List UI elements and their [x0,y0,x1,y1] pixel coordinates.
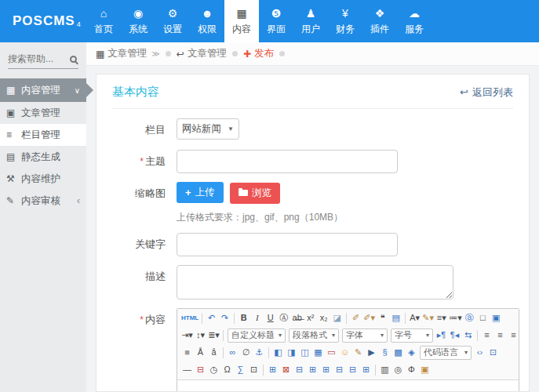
tb-insert-col-button[interactable]: ⊞ [319,363,333,377]
tb-formula-button[interactable]: ∑ [234,363,247,377]
tb-image-right-button[interactable]: ◨ [285,346,298,360]
tb-anchor-text-button[interactable]: ⓐ [463,311,476,325]
tb-redo-button[interactable]: ↷ [218,311,231,325]
breadcrumb-item-article-manage-return[interactable]: ↩文章管理 [177,47,227,60]
tb-delete-table-button[interactable]: ⊠ [279,363,293,377]
tb-time-button[interactable]: ◷ [207,363,220,377]
tb-search-replace-button[interactable]: ◎ [392,363,405,377]
search-icon[interactable] [70,56,77,63]
tb-ordered-list-button[interactable]: ≡▾ [435,311,448,325]
tb-horizontal-rule-button[interactable]: — [180,363,194,377]
tb-insert-row-button[interactable]: ⊞ [306,363,319,377]
tb-image-left-button[interactable]: ◧ [271,346,285,360]
tb-video-button[interactable]: ▶ [365,346,378,360]
tb-list-style-menu-button[interactable]: ≣▾ [207,328,220,343]
tb-background-color-button[interactable]: ■ [180,346,194,360]
tb-snapscreen-button[interactable]: ⊡ [486,346,500,360]
tb-lowercase-button[interactable]: å [207,346,220,360]
tb-line-height-menu-button[interactable]: ↕▾ [194,328,207,343]
tb-format-painter-menu-button[interactable]: ✐▾ [362,311,376,325]
sidebar-item-static-generate[interactable]: ▤静态生成 [0,146,86,168]
tb-anchor-button[interactable]: ⚓ [253,346,266,360]
tb-attachment-button[interactable]: § [378,346,392,360]
tb-custom-title-select[interactable]: 自定义标题▾ [228,328,286,343]
tb-unlink-button[interactable]: ∅ [239,346,253,360]
tb-align-left-button[interactable]: ≡ [480,328,493,343]
tb-insert-code-button[interactable]: ‹› [473,346,486,360]
tb-delete-row-button[interactable]: ⊟ [333,363,346,377]
nav-item-permissions[interactable]: ☻权限 [190,0,224,42]
tb-image-block-button[interactable]: ▦ [311,346,325,360]
tb-bold-button[interactable]: B [237,311,250,325]
keywords-input[interactable] [177,233,398,256]
tb-scrawl-button[interactable]: ✎ [351,346,365,360]
tb-code-language-select[interactable]: 代码语言▾ [420,346,472,360]
browse-button[interactable]: 浏览 [230,183,280,204]
tb-underline-button[interactable]: U [264,311,277,325]
search-input[interactable] [8,53,70,64]
tb-auto-typeset-button[interactable]: Ⓐ [277,311,290,325]
tb-template-button[interactable]: ⊡ [247,363,260,377]
nav-item-finance[interactable]: ¥财务 [328,0,362,42]
sidebar-item-column-manage[interactable]: ≡栏目管理 [0,124,86,146]
sidebar-item-content-audit[interactable]: ✎内容审核‹ [0,190,86,212]
tb-table-title-button[interactable]: ⊟ [293,363,306,377]
tb-uppercase-button[interactable]: Å [194,346,207,360]
upload-button[interactable]: + 上传 [177,182,224,203]
tb-insert-table-button[interactable]: ⊞ [266,363,279,377]
tb-align-center-button[interactable]: ≡ [493,328,507,343]
tb-remove-format-button[interactable]: ◪ [330,311,344,325]
tb-date-button[interactable]: ⊟ [194,363,207,377]
sidebar-item-content-maintain[interactable]: ⚒内容维护 [0,168,86,190]
tb-new-page-button[interactable]: □ [476,311,490,325]
nav-item-interface[interactable]: ❺界面 [259,0,293,42]
tb-blockquote-button[interactable]: ❝ [376,311,389,325]
column-select[interactable]: 网站新闻 ▼ [177,118,239,140]
tb-image-center-button[interactable]: ◫ [298,346,311,360]
tb-image-none-button[interactable]: ▭ [325,346,338,360]
tb-superscript-button[interactable]: x² [304,311,317,325]
tb-font-family-select[interactable]: 字体▾ [342,328,388,343]
tb-undo-button[interactable]: ↶ [205,311,218,325]
tb-paste-word-button[interactable]: ▤ [389,311,402,325]
breadcrumb-item-article-manage[interactable]: ▦文章管理≫ [96,47,160,60]
nav-item-plugins[interactable]: ❖插件 [362,0,397,42]
tb-indent-text-button[interactable]: ⇆ [461,328,475,343]
tb-font-size-select[interactable]: 字号▾ [391,328,433,343]
nav-item-users[interactable]: ♟用户 [293,0,328,42]
app-logo[interactable]: POSCMS4 [0,0,86,42]
tb-font-color-button[interactable]: A▾ [408,311,421,325]
tb-find-button[interactable]: Φ [405,363,418,377]
tb-subscript-button[interactable]: x₂ [317,311,330,325]
tb-insert-image-button[interactable]: ▩ [392,346,405,360]
tb-print-button[interactable]: ▥ [378,363,392,377]
tb-dir-rtl-button[interactable]: ¶◂ [448,328,461,343]
tb-strikethrough-button[interactable]: a̶b̶ [290,311,304,325]
sidebar-section-content-manage[interactable]: ▦内容管理∨ [0,78,86,102]
tb-link-button[interactable]: ∞ [226,346,239,360]
tb-unordered-list-button[interactable]: ≔▾ [448,311,463,325]
tb-dir-ltr-button[interactable]: ▸¶ [435,328,448,343]
tb-highlight-color-button[interactable]: ✎▾ [421,311,435,325]
nav-item-home[interactable]: ⌂首页 [86,0,121,42]
tb-indent-menu-button[interactable]: ⇥▾ [180,328,194,343]
nav-item-system[interactable]: ◉系统 [121,0,155,42]
tb-source-code-button[interactable]: HTML [180,311,199,325]
tb-delete-col-button[interactable]: ⊟ [346,363,359,377]
tb-align-right-button[interactable]: ≡ [507,328,517,343]
subject-input[interactable] [177,150,398,173]
editor-content-area[interactable] [177,380,519,392]
nav-item-content[interactable]: ▦内容 [224,0,259,42]
tb-format-painter-button[interactable]: ✐ [349,311,362,325]
tb-preview-button[interactable]: ▣ [490,311,503,325]
tb-italic-button[interactable]: I [250,311,264,325]
nav-item-services[interactable]: ☁服务 [397,0,432,42]
tb-paragraph-format-select[interactable]: 段落格式▾ [289,328,339,343]
back-to-list-link[interactable]: ↩ 返回列表 [460,85,513,100]
tb-paste-button[interactable]: ▣ [418,363,432,377]
tb-map-button[interactable]: ◈ [405,346,418,360]
tb-special-chars-button[interactable]: Ω [220,363,234,377]
sidebar-item-article-manage[interactable]: ▣文章管理 [0,102,86,124]
breadcrumb-item-publish[interactable]: ✚发布 [243,47,274,60]
tb-emoticon-button[interactable]: ☺ [338,346,351,360]
